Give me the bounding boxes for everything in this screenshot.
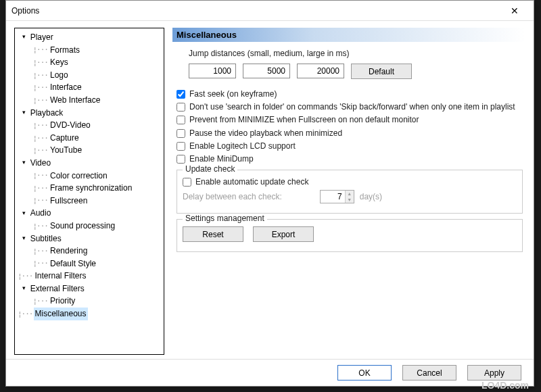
minidump-label: Enable MiniDump xyxy=(189,153,254,164)
export-button[interactable]: Export xyxy=(253,226,314,242)
settings-panel: Miscellaneous Jump distances (small, med… xyxy=(172,28,525,355)
fastseek-label: Fast seek (on keyframe) xyxy=(189,89,277,99)
tree-sound[interactable]: ¦···Sound processing xyxy=(16,220,162,232)
tree-fullscreen[interactable]: ¦···Fullscreen xyxy=(16,195,162,207)
logitech-checkbox[interactable] xyxy=(177,142,185,151)
autoupdate-checkbox[interactable] xyxy=(183,178,191,187)
tree-player[interactable]: ▾Player xyxy=(16,31,162,44)
tree-internal[interactable]: ¦···Internal Filters xyxy=(16,270,162,283)
ok-button[interactable]: OK xyxy=(337,365,392,381)
fastseek-checkbox[interactable] xyxy=(177,90,185,99)
window-title: Options xyxy=(11,6,501,16)
dialog-body: ▾Player ¦···Formats ¦···Keys ¦···Logo ¦·… xyxy=(6,21,534,359)
logitech-label: Enable Logitech LCD support xyxy=(189,141,296,151)
jump-medium-input[interactable] xyxy=(243,64,290,78)
delay-input[interactable] xyxy=(321,191,345,203)
update-legend: Update check xyxy=(183,164,237,174)
jump-large-input[interactable] xyxy=(297,64,344,78)
nosearch-label: Don't use 'search in folder' on commands… xyxy=(189,101,515,112)
pause-label: Pause the video playback when minimized xyxy=(189,128,342,139)
jump-small-input[interactable] xyxy=(189,64,236,78)
tree-playback[interactable]: ▾Playback xyxy=(16,107,162,120)
tree-web-interface[interactable]: ¦···Web Interface xyxy=(16,94,162,107)
tree-external[interactable]: ▾External Filters xyxy=(16,283,162,295)
close-icon[interactable]: ✕ xyxy=(501,5,528,16)
tree-dvd[interactable]: ¦···DVD-Video xyxy=(16,119,162,132)
minidump-checkbox[interactable] xyxy=(177,155,185,164)
delay-spinner[interactable]: ▲▼ xyxy=(320,190,354,203)
panel-content: Jump distances (small, medium, large in … xyxy=(172,42,525,255)
days-label: day(s) xyxy=(360,192,382,201)
autoupdate-label: Enable automatic update check xyxy=(195,176,308,187)
dialog-footer: OK Cancel Apply xyxy=(6,359,534,386)
tree-capture[interactable]: ¦···Capture xyxy=(16,132,162,145)
tree-video[interactable]: ▾Video xyxy=(16,157,162,170)
cancel-button[interactable]: Cancel xyxy=(402,365,456,381)
spinner-up-icon[interactable]: ▲ xyxy=(346,191,354,197)
options-dialog: Options ✕ ▾Player ¦···Formats ¦···Keys ¦… xyxy=(5,0,534,387)
tree-priority[interactable]: ¦···Priority xyxy=(16,295,162,308)
reset-button[interactable]: Reset xyxy=(183,226,243,242)
jump-default-button[interactable]: Default xyxy=(351,64,412,79)
tree-formats[interactable]: ¦···Formats xyxy=(16,44,162,57)
tree-subtitles[interactable]: ▾Subtitles xyxy=(16,232,162,245)
delay-label: Delay between each check: xyxy=(183,192,282,201)
nosearch-checkbox[interactable] xyxy=(177,103,185,112)
tree-logo[interactable]: ¦···Logo xyxy=(16,69,162,82)
jump-row: Default xyxy=(189,64,523,79)
category-tree: ▾Player ¦···Formats ¦···Keys ¦···Logo ¦·… xyxy=(14,28,164,355)
tree-color[interactable]: ¦···Color correction xyxy=(16,170,162,182)
pause-checkbox[interactable] xyxy=(177,129,185,138)
apply-button[interactable]: Apply xyxy=(467,365,521,381)
spinner-down-icon[interactable]: ▼ xyxy=(346,197,354,203)
tree-interface[interactable]: ¦···Interface xyxy=(16,81,162,94)
prevent-label: Prevent from MINIMIZE when Fullscreen on… xyxy=(189,114,419,125)
tree-framesync[interactable]: ¦···Frame synchronization xyxy=(16,182,162,195)
tree-audio[interactable]: ▾Audio xyxy=(16,207,162,220)
tree-youtube[interactable]: ¦···YouTube xyxy=(16,144,162,157)
jump-label: Jump distances (small, medium, large in … xyxy=(189,49,523,58)
settings-legend: Settings management xyxy=(183,214,267,223)
update-fieldset: Update check Enable automatic update che… xyxy=(177,170,523,214)
tree-defstyle[interactable]: ¦···Default Style xyxy=(16,258,162,270)
tree-keys[interactable]: ¦···Keys xyxy=(16,56,162,69)
tree-misc[interactable]: ¦···Miscellaneous xyxy=(16,308,162,320)
settings-fieldset: Settings management Reset Export xyxy=(177,219,523,252)
tree-rendering[interactable]: ¦···Rendering xyxy=(16,245,162,258)
section-title: Miscellaneous xyxy=(172,28,525,42)
titlebar: Options ✕ xyxy=(6,1,534,21)
prevent-checkbox[interactable] xyxy=(177,116,185,124)
